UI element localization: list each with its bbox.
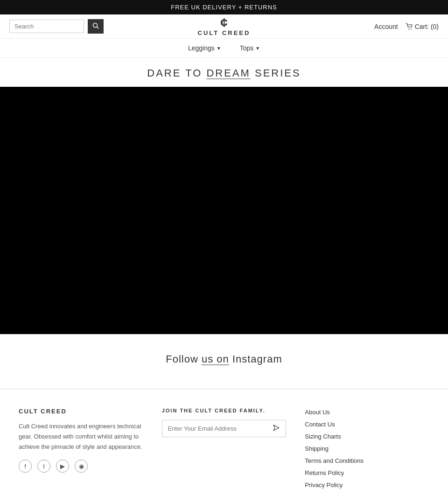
twitter-icon[interactable]: t: [37, 460, 50, 473]
footer-brand-name: CULT CREED: [19, 408, 143, 415]
announcement-bar: FREE UK DELIVERY + RETURNS: [0, 0, 448, 14]
chevron-down-icon: ▼: [217, 46, 221, 51]
announcement-text: FREE UK DELIVERY + RETURNS: [171, 4, 277, 11]
search-button[interactable]: [88, 19, 104, 34]
header: ¢ CULT CREED Account Cart: (0): [0, 14, 448, 39]
email-form: [162, 420, 287, 437]
footer-social: f t ▶ ◉: [19, 460, 143, 473]
list-item: Terms and Conditions: [305, 456, 429, 465]
account-link[interactable]: Account: [374, 23, 398, 30]
search-icon: [92, 22, 99, 29]
header-right: Account Cart: (0): [374, 23, 439, 30]
footer-brand-description: Cult Creed innovates and engineers techn…: [19, 421, 143, 452]
footer-links-column: About Us Contact Us Sizing Charts Shippi…: [305, 408, 429, 493]
nav-tops[interactable]: Tops ▼: [240, 44, 260, 52]
footer-grid: CULT CREED Cult Creed innovates and engi…: [19, 408, 429, 493]
list-item: Contact Us: [305, 420, 429, 428]
search-area: [9, 19, 104, 34]
footer-link-returns[interactable]: Returns Policy: [305, 469, 344, 476]
nav-leggings[interactable]: Leggings ▼: [188, 44, 221, 52]
footer-link-contact-us[interactable]: Contact Us: [305, 421, 335, 428]
hero-image: [0, 87, 448, 334]
newsletter-heading: JOIN THE CULT CREED FAMILY.: [162, 408, 287, 413]
instagram-icon[interactable]: ◉: [75, 460, 88, 473]
svg-line-1: [97, 27, 99, 29]
footer-links-list: About Us Contact Us Sizing Charts Shippi…: [305, 408, 429, 489]
instagram-section: Follow us on Instagram: [0, 334, 448, 375]
footer-link-privacy[interactable]: Privacy Policy: [305, 481, 343, 488]
instagram-title: Follow us on Instagram: [0, 353, 448, 365]
list-item: About Us: [305, 408, 429, 416]
email-submit-button[interactable]: [267, 420, 286, 437]
facebook-icon[interactable]: f: [19, 460, 32, 473]
logo-symbol: ¢: [198, 16, 251, 29]
send-icon: [273, 424, 280, 432]
youtube-icon[interactable]: ▶: [56, 460, 69, 473]
main-nav: Leggings ▼ Tops ▼: [0, 39, 448, 58]
search-input[interactable]: [9, 20, 84, 33]
footer-link-about-us[interactable]: About Us: [305, 409, 329, 416]
email-input[interactable]: [162, 420, 267, 437]
hero-title: DARE TO DREAM SERIES: [0, 58, 448, 87]
cart-link[interactable]: Cart: (0): [406, 23, 439, 30]
footer-link-shipping[interactable]: Shipping: [305, 445, 329, 452]
list-item: Returns Policy: [305, 468, 429, 477]
svg-point-3: [411, 28, 412, 29]
footer: CULT CREED Cult Creed innovates and engi…: [0, 389, 448, 502]
chevron-down-icon: ▼: [255, 46, 260, 51]
svg-point-2: [408, 28, 409, 29]
cart-icon: [406, 23, 413, 30]
list-item: Privacy Policy: [305, 481, 429, 489]
footer-link-sizing-charts[interactable]: Sizing Charts: [305, 433, 341, 440]
logo-text: CULT CREED: [198, 29, 251, 36]
footer-link-terms[interactable]: Terms and Conditions: [305, 457, 364, 464]
footer-newsletter-column: JOIN THE CULT CREED FAMILY.: [162, 408, 287, 493]
list-item: Sizing Charts: [305, 432, 429, 440]
logo[interactable]: ¢ CULT CREED: [198, 16, 251, 36]
list-item: Shipping: [305, 444, 429, 453]
footer-brand-column: CULT CREED Cult Creed innovates and engi…: [19, 408, 143, 493]
